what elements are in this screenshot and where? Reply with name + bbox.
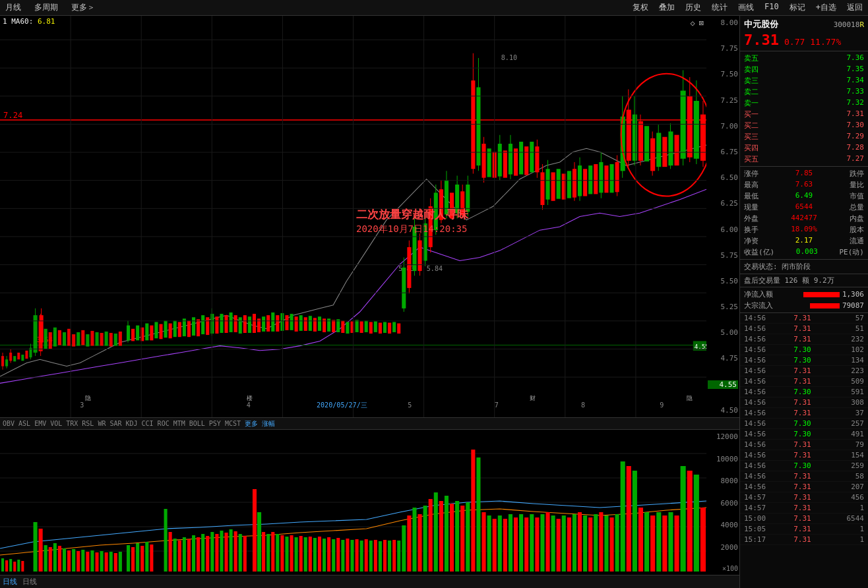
content-area: 1 MA60: 6.81 ◇ ⊠ (0, 16, 868, 588)
svg-rect-73 (169, 324, 172, 339)
svg-rect-109 (318, 316, 321, 331)
buy3-price: 7.29 (847, 132, 865, 142)
indicator-zhangfu[interactable]: 涨幅 (262, 419, 275, 428)
indicator-emv[interactable]: EMV (34, 420, 46, 427)
svg-text:8: 8 (581, 401, 585, 408)
svg-rect-236 (13, 562, 16, 572)
svg-rect-77 (187, 320, 191, 337)
trade-row: 14:567.31154 (740, 450, 868, 461)
stat-geben-label: 股本 (850, 225, 864, 235)
indicator-cci[interactable]: CCI (142, 420, 154, 427)
indicator-kdj[interactable]: KDJ (125, 420, 137, 427)
svg-rect-99 (271, 312, 274, 332)
bottom-label-rixin: 日线 (22, 577, 37, 587)
svg-rect-335 (514, 517, 518, 572)
btn-lishi[interactable]: 历史 (683, 2, 704, 13)
price-tick-600: 6.00 (708, 225, 738, 234)
svg-rect-108 (313, 318, 317, 332)
svg-rect-110 (323, 318, 326, 332)
indicator-more[interactable]: 更多 (245, 419, 258, 428)
svg-rect-365 (681, 466, 686, 572)
svg-rect-362 (662, 515, 667, 572)
indicator-wr[interactable]: WR (98, 420, 106, 427)
indicator-trx[interactable]: TRX (66, 420, 78, 427)
trade-time: 14:57 (744, 493, 770, 502)
btn-fuquan[interactable]: 复权 (630, 2, 651, 13)
indicator-obv[interactable]: OBV (3, 420, 15, 427)
main-chart: 1 MA60: 6.81 ◇ ⊠ (0, 16, 739, 418)
indicator-psy[interactable]: PSY (209, 420, 221, 427)
indicator-mtm[interactable]: MTM (173, 420, 185, 427)
btn-tongji[interactable]: 统计 (709, 2, 730, 13)
svg-rect-326 (466, 502, 470, 572)
stock-current-price: 7.31 (744, 32, 779, 48)
svg-rect-295 (313, 538, 317, 572)
trade-vol: 232 (834, 335, 864, 343)
order-book: 卖五 7.36 卖四 7.35 卖三 7.34 卖二 7.33 卖一 7.3 (740, 51, 868, 167)
stock-code: 300018R (834, 20, 864, 29)
btn-biaoji[interactable]: 标记 (787, 2, 808, 13)
svg-rect-327 (471, 450, 475, 572)
svg-rect-302 (346, 539, 349, 572)
price-tick-675: 6.75 (708, 148, 738, 156)
trade-time: 14:56 (744, 409, 770, 417)
period-month[interactable]: 月线 (3, 2, 24, 13)
svg-rect-359 (644, 512, 649, 572)
svg-rect-39 (25, 351, 28, 359)
svg-rect-112 (332, 320, 335, 332)
svg-rect-60 (109, 333, 113, 347)
ma60-label: 1 MA60: (3, 17, 38, 26)
close-chart-icon[interactable]: ⊠ (699, 18, 704, 28)
svg-rect-209 (675, 135, 679, 165)
svg-rect-189 (604, 165, 608, 192)
btn-fanhui[interactable]: 返回 (844, 2, 865, 13)
svg-rect-283 (257, 512, 261, 572)
indicator-asl[interactable]: ASL (18, 420, 30, 427)
buy5-label: 买五 (744, 154, 759, 164)
indicator-sar[interactable]: SAR (109, 420, 121, 427)
period-multi[interactable]: 多周期 (32, 2, 61, 13)
btn-diejia[interactable]: 叠加 (656, 2, 677, 13)
stock-change-pct: 11.77% (810, 37, 841, 47)
trade-time: 14:56 (744, 461, 770, 470)
trade-price: 7.31 (788, 514, 817, 523)
svg-text:隐: 隐 (687, 394, 693, 401)
svg-rect-114 (341, 320, 344, 333)
svg-rect-124 (388, 323, 391, 334)
svg-rect-336 (519, 514, 523, 572)
stat-shouyie-label: 收益(亿) (744, 247, 774, 257)
svg-rect-276 (220, 531, 223, 572)
stat-xianliang-value: 6544 (795, 202, 813, 212)
svg-rect-290 (290, 535, 294, 572)
btn-huaxian[interactable]: 画线 (735, 2, 757, 13)
indicator-rsl[interactable]: RSL (82, 420, 94, 427)
svg-rect-74 (173, 320, 177, 337)
svg-rect-242 (49, 547, 52, 572)
svg-rect-234 (5, 560, 8, 572)
svg-rect-274 (210, 532, 214, 572)
trade-price: 7.31 (788, 535, 817, 544)
indicator-vol[interactable]: VOL (50, 420, 62, 427)
btn-f10[interactable]: F10 (762, 2, 782, 13)
bulk-inflow-value: 79087 (842, 301, 864, 310)
svg-rect-368 (700, 508, 706, 572)
diamond-icon[interactable]: ◇ (691, 18, 695, 28)
svg-rect-46 (44, 329, 47, 349)
svg-rect-271 (197, 537, 200, 572)
svg-rect-292 (299, 536, 303, 572)
svg-text:隐: 隐 (85, 394, 91, 401)
stat-huanshou: 换手 18.09% 股本 (740, 224, 868, 235)
period-more[interactable]: 更多＞ (69, 2, 98, 13)
svg-rect-353 (609, 517, 613, 572)
candlestick-chart[interactable]: 7.24 4.55 3.54 (0, 16, 706, 417)
svg-rect-282 (253, 489, 257, 572)
indicator-mcst[interactable]: MCST (225, 420, 241, 427)
trade-list[interactable]: 14:567.315714:567.315114:567.3123214:567… (740, 313, 868, 588)
btn-zixuan[interactable]: +自选 (813, 2, 839, 13)
svg-rect-309 (379, 541, 382, 572)
indicator-boll[interactable]: BOLL (189, 420, 205, 427)
svg-rect-350 (594, 514, 598, 572)
svg-rect-85 (220, 314, 223, 333)
net-inflow-row: 净流入额 1,306 (744, 289, 864, 300)
indicator-roc[interactable]: ROC (158, 420, 170, 427)
